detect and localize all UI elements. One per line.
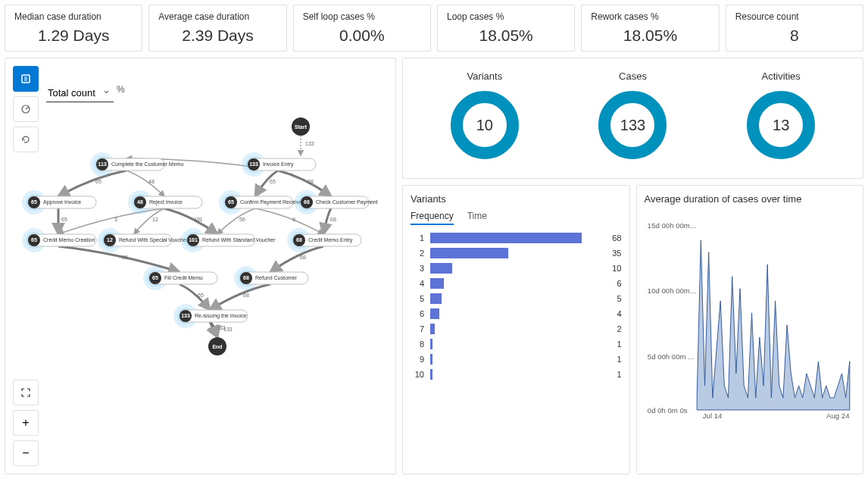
variant-bar-row[interactable]: 46 [411, 278, 622, 289]
process-edge [58, 171, 126, 196]
edge-label: 68 [300, 255, 306, 260]
svg-text:101: 101 [189, 237, 198, 243]
donut-label: Activities [747, 70, 815, 82]
kpi-card: Rework cases %18.05% [581, 5, 719, 52]
svg-text:Invoice Entry: Invoice Entry [263, 161, 294, 167]
svg-text:Aug 24: Aug 24 [826, 412, 850, 420]
bar-index: 5 [411, 294, 424, 303]
bar-value: 5 [617, 294, 621, 303]
bar-value: 1 [617, 370, 621, 379]
bar-fill [430, 354, 432, 365]
fullscreen-icon[interactable] [13, 380, 39, 405]
variant-bar-row[interactable]: 235 [411, 248, 622, 258]
donut-ring[interactable]: 10 [451, 91, 519, 159]
svg-text:68: 68 [296, 237, 302, 243]
zoom-in-button[interactable]: + [13, 410, 39, 436]
edge-label: 48 [148, 179, 155, 184]
edge-label: 68 [330, 217, 336, 222]
bar-value: 68 [612, 233, 621, 243]
process-node[interactable]: 113Complete the Customer Memo [90, 152, 183, 177]
bar-value: 10 [612, 264, 621, 273]
kpi-value: 0.00% [303, 27, 421, 45]
edge-label: 65 [198, 293, 204, 298]
svg-text:Re-issuing the Invoice: Re-issuing the Invoice [195, 313, 247, 319]
bar-fill [430, 233, 582, 243]
variant-bar-row[interactable]: 64 [411, 308, 622, 319]
svg-text:65: 65 [31, 199, 37, 205]
process-node[interactable]: 101Refund With Standard Voucher [181, 228, 276, 252]
variant-bar-row[interactable]: 168 [411, 233, 622, 243]
duration-title: Average duration of cases over time [645, 193, 856, 205]
edge-label: 65 [122, 255, 128, 260]
donut-row: Variants10Cases133Activities13 [402, 58, 863, 179]
bar-value: 35 [612, 249, 621, 258]
donut-item: Cases133 [598, 70, 667, 159]
bar-index: 3 [411, 264, 424, 273]
donut-ring[interactable]: 13 [747, 91, 815, 159]
svg-text:133: 133 [223, 327, 233, 332]
variants-title: Variants [411, 193, 622, 205]
bar-fill [430, 293, 442, 304]
kpi-value: 2.39 Days [158, 27, 276, 45]
bar-index: 7 [411, 324, 424, 333]
bar-index: 1 [411, 233, 424, 243]
variant-bar-row[interactable]: 310 [411, 263, 622, 274]
svg-text:Refund Customer: Refund Customer [255, 275, 298, 280]
kpi-label: Self loop cases % [303, 11, 421, 22]
bar-index: 8 [411, 340, 424, 349]
tab-frequency[interactable]: Frequency [411, 211, 454, 225]
variant-bar-row[interactable]: 101 [411, 369, 622, 380]
svg-text:15d 00h 00m...: 15d 00h 00m... [647, 221, 695, 230]
svg-text:48: 48 [137, 199, 143, 205]
variants-panel: Variants Frequency Time 1682353104655647… [402, 185, 630, 474]
kpi-row: Median case duration1.29 DaysAverage cas… [5, 5, 863, 52]
svg-text:65: 65 [31, 237, 37, 243]
bar-index: 6 [411, 309, 424, 318]
kpi-value: 18.05% [447, 27, 565, 45]
donut-item: Variants10 [451, 70, 519, 159]
svg-text:133: 133 [249, 161, 258, 167]
duration-chart[interactable]: 15d 00h 00m... 10d 00h 00m... 5d 00h 00m… [645, 211, 856, 423]
kpi-card: Loop cases %18.05% [437, 5, 575, 52]
kpi-label: Loop cases % [447, 11, 565, 22]
donut-ring[interactable]: 133 [598, 91, 667, 159]
map-view-icon[interactable] [13, 66, 39, 92]
kpi-label: Resource count [735, 11, 854, 22]
variant-bar-row[interactable]: 55 [411, 293, 622, 304]
svg-text:10d 00h 00m...: 10d 00h 00m... [647, 286, 695, 295]
variant-bar-row[interactable]: 72 [411, 324, 622, 334]
edge-label: 3 [114, 217, 117, 222]
svg-text:Fill Credit Memo: Fill Credit Memo [164, 275, 203, 280]
donut-value: 133 [620, 117, 645, 134]
svg-text:68: 68 [243, 275, 249, 280]
metric-dropdown[interactable]: Total count [46, 84, 114, 102]
edge-label: 65 [61, 217, 67, 222]
process-node[interactable]: 133Invoice Entry [242, 152, 316, 177]
donut-item: Activities13 [747, 70, 815, 159]
edge-label: 12 [152, 217, 158, 222]
process-node[interactable]: 65Fill Credit Memo [143, 266, 217, 290]
process-node[interactable]: 48Reject Invoice [128, 190, 202, 214]
zoom-controls: + − [13, 380, 39, 466]
tab-time[interactable]: Time [467, 211, 487, 225]
svg-text:Refund With Standard Voucher: Refund With Standard Voucher [202, 237, 276, 243]
bar-value: 4 [617, 309, 621, 318]
zoom-out-button[interactable]: − [13, 440, 39, 466]
bar-index: 9 [411, 355, 424, 364]
svg-text:0d 0h 0m 0s: 0d 0h 0m 0s [647, 406, 687, 415]
bar-fill [430, 278, 444, 289]
process-map[interactable]: Start 133 654865686512101356968656865681… [20, 104, 384, 422]
process-node[interactable]: 68Check Customer Payment [295, 190, 378, 214]
variants-tabs: Frequency Time [411, 211, 622, 225]
svg-text:Reject Invoice: Reject Invoice [149, 199, 183, 205]
svg-text:Jul 14: Jul 14 [702, 412, 722, 420]
variant-bar-row[interactable]: 81 [411, 339, 622, 349]
svg-text:12: 12 [107, 237, 113, 243]
process-node[interactable]: 12Refund With Special Voucher [98, 228, 189, 252]
process-node[interactable]: 68Refund Customer [234, 266, 308, 290]
bar-index: 4 [411, 279, 424, 288]
variant-bar-row[interactable]: 91 [411, 354, 622, 365]
donut-label: Cases [598, 70, 667, 82]
kpi-label: Median case duration [14, 11, 133, 22]
process-node[interactable]: 65Confirm Payment Received [219, 190, 304, 214]
